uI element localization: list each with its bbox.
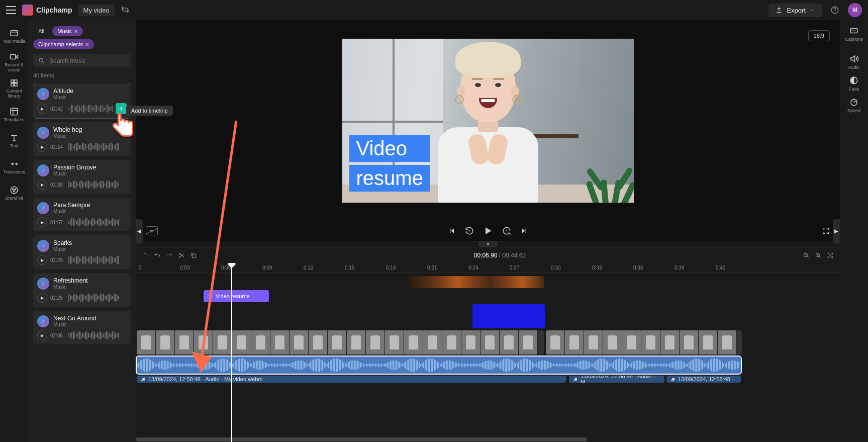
svg-point-8 <box>11 187 18 194</box>
fit-button[interactable] <box>827 252 834 259</box>
nav-transitions[interactable]: Transitions <box>2 155 26 179</box>
filter-music[interactable]: Music✕ <box>52 26 83 36</box>
item-count: 40 items <box>33 72 131 78</box>
timeline-expand-handle[interactable]: ▾ <box>478 241 498 247</box>
nav-record-create[interactable]: Record & create <box>2 50 26 74</box>
waveform <box>68 142 127 151</box>
text-icon <box>9 133 19 143</box>
nav-templates[interactable]: Templates <box>2 103 26 127</box>
collapse-right-button[interactable]: ▶ <box>833 219 840 244</box>
music-duration: 01:57 <box>50 220 65 225</box>
waveform <box>68 255 127 264</box>
music-note-icon <box>670 377 675 382</box>
avatar[interactable]: M <box>848 3 862 17</box>
waveform <box>68 218 127 227</box>
nav-content-library[interactable]: Content library <box>2 76 26 101</box>
menu-button[interactable] <box>6 6 16 14</box>
svg-rect-1 <box>11 31 18 36</box>
export-button[interactable]: Export <box>768 4 822 17</box>
app-name: Clipchamp <box>36 6 72 14</box>
music-category: Music <box>53 246 72 252</box>
close-icon[interactable]: ✕ <box>85 42 89 47</box>
audio-file-clip-3[interactable]: 13/09/2024, 12:58:48 - <box>666 376 741 383</box>
svg-point-12 <box>39 58 43 62</box>
waveform <box>68 104 113 113</box>
music-item[interactable]: ♪ Para Siempre Music ▶ 01:57 <box>33 198 131 231</box>
ruler-tick: 0:12 <box>304 265 313 271</box>
preview-play-button[interactable]: ▶ <box>37 104 47 114</box>
search-icon <box>38 57 45 64</box>
svg-rect-2 <box>11 55 16 59</box>
waveform <box>68 293 127 302</box>
preview-play-button[interactable]: ▶ <box>37 330 47 340</box>
music-item[interactable]: ♪ Refreshment Music ▶ 02:25 <box>33 273 131 307</box>
app-logo[interactable]: Clipchamp <box>22 5 72 16</box>
right-fade[interactable]: Fade <box>849 76 859 92</box>
right-audio[interactable]: Audio <box>848 54 859 70</box>
rewind-button[interactable]: 5 <box>465 226 474 235</box>
blue-clip[interactable] <box>472 304 545 328</box>
music-duration: 02:14 <box>50 144 65 150</box>
concert-clip[interactable] <box>409 276 544 288</box>
transitions-icon <box>9 159 19 169</box>
speaker-icon <box>849 54 858 63</box>
fullscreen-button[interactable] <box>822 227 830 235</box>
svg-point-9 <box>13 189 14 190</box>
zoom-out-button[interactable] <box>803 252 810 259</box>
nav-brand-kit[interactable]: Brand kit <box>2 181 26 205</box>
forward-button[interactable]: 5 <box>502 226 511 235</box>
search-input[interactable] <box>33 54 131 67</box>
svg-rect-7 <box>11 108 18 115</box>
svg-line-20 <box>201 121 236 362</box>
nav-your-media[interactable]: Your media <box>2 24 26 48</box>
skip-forward-button[interactable] <box>520 227 528 235</box>
svg-rect-3 <box>11 80 14 82</box>
sync-icon[interactable] <box>121 5 131 15</box>
scrollbar-thumb[interactable] <box>136 437 587 441</box>
preview-play-button[interactable]: ▶ <box>37 142 47 152</box>
aspect-ratio-button[interactable]: 16:9 <box>808 30 830 41</box>
ruler-tick: 0:18 <box>386 265 396 271</box>
music-title: Passion Groove <box>53 164 96 171</box>
ruler-tick: 0:33 <box>592 265 602 271</box>
music-item[interactable]: ♪ Sparks Music ▶ 02:29 <box>33 235 131 269</box>
right-captions[interactable]: Captions <box>845 26 863 42</box>
music-item[interactable]: ♪ Passion Groove Music ▶ 02:38 <box>33 160 131 194</box>
music-duration: 02:42 <box>50 106 65 112</box>
video-preview[interactable]: Video resume <box>342 39 634 203</box>
chevron-down-icon <box>810 8 815 13</box>
nav-text[interactable]: Text <box>2 129 26 153</box>
music-duration: 02:29 <box>50 257 65 263</box>
svg-point-10 <box>15 189 16 190</box>
music-item[interactable]: ♪ Next Go Around Music ▶ 02:06 <box>33 311 131 344</box>
music-duration: 02:38 <box>50 182 65 188</box>
project-name[interactable]: My video <box>78 5 115 16</box>
video-clip-2[interactable] <box>546 330 742 355</box>
music-category: Music <box>53 322 96 327</box>
preview-play-button[interactable]: ▶ <box>37 255 47 265</box>
music-category: Music <box>53 133 82 139</box>
ruler-tick: 0:24 <box>468 265 478 271</box>
music-note-icon <box>573 377 577 382</box>
right-speed[interactable]: Speed <box>847 98 860 113</box>
waveform <box>68 180 127 189</box>
preview-play-button[interactable]: ▶ <box>37 293 47 303</box>
preview-play-button[interactable]: ▶ <box>37 180 47 190</box>
play-button[interactable] <box>483 226 493 236</box>
record-icon <box>9 52 19 62</box>
zoom-in-button[interactable] <box>815 252 822 259</box>
filter-all[interactable]: All <box>33 26 49 36</box>
music-note-icon: ♪ <box>37 127 49 139</box>
music-note-icon: ♪ <box>37 88 49 100</box>
timeline-scrollbar[interactable] <box>136 437 830 442</box>
music-note-icon: ♪ <box>37 202 49 214</box>
help-button[interactable] <box>828 3 842 17</box>
svg-marker-21 <box>192 352 211 372</box>
upload-icon <box>776 7 783 14</box>
svg-rect-5 <box>11 83 14 86</box>
preview-play-button[interactable]: ▶ <box>37 217 47 227</box>
filter-clipchamp-selects[interactable]: Clipchamp selects✕ <box>33 39 94 49</box>
skip-back-button[interactable] <box>448 227 456 235</box>
audio-file-clip-2[interactable]: 13/09/2024, 12:58:48 - Audio - M <box>569 376 664 383</box>
close-icon[interactable]: ✕ <box>74 29 78 34</box>
